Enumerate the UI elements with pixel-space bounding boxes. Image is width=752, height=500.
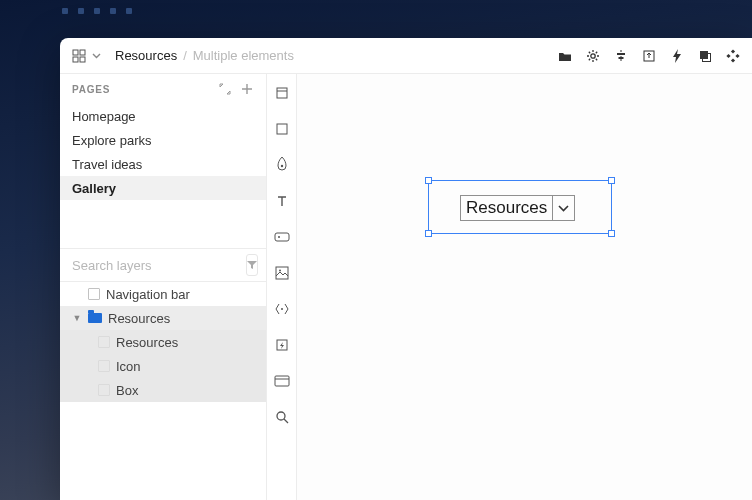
svg-rect-20: [276, 267, 288, 279]
svg-rect-2: [73, 57, 78, 62]
svg-rect-12: [726, 53, 730, 57]
frame-icon: [88, 288, 100, 300]
layer-icon[interactable]: Icon: [60, 354, 266, 378]
search-input[interactable]: [72, 258, 240, 273]
page-label: Explore parks: [72, 133, 151, 148]
svg-rect-16: [277, 124, 287, 134]
layer-label: Navigation bar: [106, 287, 190, 302]
page-label: Gallery: [72, 181, 116, 196]
svg-rect-1: [80, 50, 85, 55]
svg-point-19: [278, 236, 280, 238]
svg-rect-24: [275, 376, 289, 386]
left-sidebar: PAGES Homepage Explore parks Travel idea…: [60, 74, 267, 500]
svg-rect-18: [275, 233, 289, 241]
layer-label: Resources: [116, 335, 178, 350]
tool-cursor[interactable]: [273, 84, 291, 102]
layer-resources-group[interactable]: ▼ Resources: [60, 306, 266, 330]
layer-label: Resources: [108, 311, 170, 326]
tool-button[interactable]: [273, 228, 291, 246]
svg-rect-15: [277, 88, 287, 98]
breadcrumb: Resources / Multiple elements: [115, 48, 294, 63]
caret-down-icon[interactable]: ▼: [72, 313, 82, 323]
bolt-icon[interactable]: [670, 49, 684, 63]
frame-icon: [98, 336, 110, 348]
app-window: Resources / Multiple elements PAGES Ho: [60, 38, 752, 500]
layer-navigation-bar[interactable]: Navigation bar: [60, 282, 266, 306]
tool-bolt[interactable]: [273, 336, 291, 354]
canvas-dropdown[interactable]: Resources: [460, 195, 575, 221]
expand-icon[interactable]: [218, 82, 232, 96]
resize-handle-tl[interactable]: [425, 177, 432, 184]
tool-breakpoints[interactable]: [273, 300, 291, 318]
tool-strip: [267, 74, 297, 500]
page-item-homepage[interactable]: Homepage: [60, 104, 266, 128]
svg-point-4: [591, 53, 595, 57]
breadcrumb-root[interactable]: Resources: [115, 48, 177, 63]
layer-search-row: [60, 248, 266, 282]
tool-frame[interactable]: [273, 120, 291, 138]
add-page-button[interactable]: [240, 82, 254, 96]
svg-point-22: [281, 308, 283, 310]
tool-pen[interactable]: [273, 156, 291, 174]
components-icon[interactable]: [726, 49, 740, 63]
layer-label: Icon: [116, 359, 141, 374]
page-label: Travel ideas: [72, 157, 142, 172]
selection-frame[interactable]: Resources: [428, 180, 612, 234]
svg-rect-13: [735, 53, 739, 57]
frame-icon: [98, 360, 110, 372]
layers-icon[interactable]: [698, 49, 712, 63]
grid-icon: [72, 49, 86, 63]
page-item-explore-parks[interactable]: Explore parks: [60, 128, 266, 152]
filter-icon: [247, 261, 257, 269]
svg-rect-9: [700, 51, 708, 59]
view-switcher[interactable]: [72, 49, 101, 63]
folder-icon: [88, 313, 102, 323]
filter-button[interactable]: [246, 254, 258, 276]
svg-point-26: [277, 412, 285, 420]
pages-heading: PAGES: [72, 84, 110, 95]
page-item-gallery[interactable]: Gallery: [60, 176, 266, 200]
topbar-actions: [558, 49, 740, 63]
pages-list: Homepage Explore parks Travel ideas Gall…: [60, 104, 266, 200]
tool-search[interactable]: [273, 408, 291, 426]
svg-rect-11: [731, 49, 735, 53]
page-item-travel-ideas[interactable]: Travel ideas: [60, 152, 266, 176]
resize-handle-br[interactable]: [608, 230, 615, 237]
pages-header: PAGES: [60, 74, 266, 104]
resize-handle-bl[interactable]: [425, 230, 432, 237]
chevron-down-icon: [92, 53, 101, 59]
tool-text[interactable]: [273, 192, 291, 210]
folder-icon[interactable]: [558, 49, 572, 63]
resize-handle-tr[interactable]: [608, 177, 615, 184]
chevron-down-icon: [552, 196, 574, 220]
layer-resources-text[interactable]: Resources: [60, 330, 266, 354]
svg-line-27: [284, 419, 288, 423]
export-icon[interactable]: [642, 49, 656, 63]
canvas[interactable]: Resources: [297, 74, 752, 500]
page-label: Homepage: [72, 109, 136, 124]
canvas-dropdown-label: Resources: [461, 196, 552, 220]
gear-icon[interactable]: [586, 49, 600, 63]
align-center-icon[interactable]: [614, 49, 628, 63]
topbar: Resources / Multiple elements: [60, 38, 752, 74]
breadcrumb-detail: Multiple elements: [193, 48, 294, 63]
svg-point-21: [279, 270, 281, 272]
frame-icon: [98, 384, 110, 396]
svg-point-17: [280, 165, 282, 167]
tool-card[interactable]: [273, 372, 291, 390]
svg-rect-0: [73, 50, 78, 55]
breadcrumb-separator: /: [183, 48, 187, 63]
layer-box[interactable]: Box: [60, 378, 266, 402]
tool-image[interactable]: [273, 264, 291, 282]
layer-label: Box: [116, 383, 138, 398]
svg-rect-3: [80, 57, 85, 62]
layers-panel: Navigation bar ▼ Resources Resources Ico…: [60, 282, 266, 500]
svg-rect-14: [731, 58, 735, 62]
